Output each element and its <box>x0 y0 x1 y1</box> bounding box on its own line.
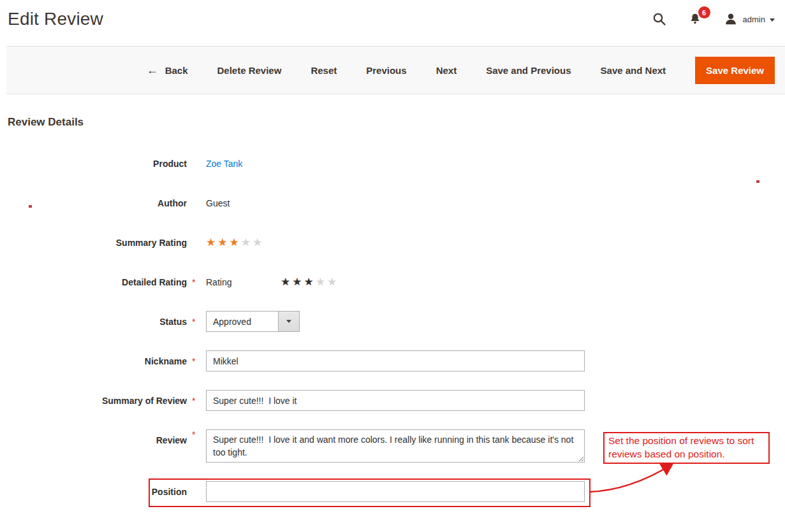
required-marker: * <box>187 429 206 440</box>
required-marker: * <box>187 317 206 327</box>
save-review-button[interactable]: Save Review <box>695 57 775 84</box>
position-row: Position <box>8 481 777 502</box>
required-marker: * <box>187 277 206 287</box>
save-and-previous-button[interactable]: Save and Previous <box>486 65 571 76</box>
status-selected-value: Approved <box>207 317 251 327</box>
user-avatar-icon <box>723 11 738 27</box>
rating-inner-label: Rating <box>206 277 281 287</box>
required-marker: * <box>187 356 206 366</box>
page-header: Edit Review 6 admin <box>0 0 785 46</box>
summary-rating-row: Summary Rating ★★★★★ <box>8 232 777 253</box>
save-and-next-button[interactable]: Save and Next <box>601 65 666 76</box>
summary-rating-label: Summary Rating <box>8 238 187 248</box>
page-actions-toolbar: ← Back Delete Review Reset Previous Next… <box>6 46 785 94</box>
annotation-callout: Set the position of reviews to sort revi… <box>603 432 770 464</box>
author-label: Author <box>8 198 187 208</box>
status-row: Status * Approved <box>8 311 777 332</box>
previous-button[interactable]: Previous <box>366 65 406 76</box>
section-title: Review Details <box>8 116 777 129</box>
next-button[interactable]: Next <box>436 65 457 76</box>
status-select[interactable]: Approved <box>206 311 300 332</box>
position-label: Position <box>8 487 187 497</box>
product-row: Product Zoe Tank <box>8 153 777 174</box>
notifications-count-badge: 6 <box>698 6 710 18</box>
search-icon[interactable] <box>652 11 667 27</box>
delete-review-button[interactable]: Delete Review <box>217 65 282 76</box>
detailed-rating-label: Detailed Rating <box>8 277 187 287</box>
admin-user-label: admin <box>743 15 765 24</box>
author-value: Guest <box>206 198 230 208</box>
chevron-down-icon <box>286 320 291 323</box>
required-marker: * <box>187 396 206 406</box>
select-dropdown-button[interactable] <box>278 312 299 331</box>
status-label: Status <box>8 317 187 327</box>
notifications-bell-icon[interactable]: 6 <box>687 11 703 27</box>
reset-button[interactable]: Reset <box>311 65 337 76</box>
product-link[interactable]: Zoe Tank <box>206 159 242 169</box>
header-icons: 6 admin <box>652 11 775 27</box>
author-row: Author Guest <box>8 192 777 213</box>
nickname-input[interactable] <box>206 350 585 371</box>
detailed-rating-row: Detailed Rating * Rating ★★★★★ <box>8 271 777 292</box>
nickname-row: Nickname * <box>8 350 777 371</box>
nickname-label: Nickname <box>8 356 187 366</box>
review-textarea[interactable]: Super cute!!! I love it and want more co… <box>206 429 585 463</box>
page-title: Edit Review <box>8 9 103 29</box>
review-label: Review <box>8 435 187 445</box>
back-arrow-icon: ← <box>147 64 158 76</box>
detailed-rating-stars[interactable]: ★★★★★ <box>281 277 339 287</box>
stray-red-dot <box>29 205 32 208</box>
caret-down-icon <box>770 18 775 22</box>
back-button[interactable]: ← Back <box>147 64 188 76</box>
stray-red-dot <box>756 180 759 183</box>
product-label: Product <box>8 159 187 169</box>
summary-rating-stars: ★★★★★ <box>206 237 264 248</box>
admin-user-menu[interactable]: admin <box>723 11 775 27</box>
summary-of-review-label: Summary of Review <box>8 396 187 406</box>
summary-of-review-input[interactable] <box>206 390 585 411</box>
position-input[interactable] <box>206 481 585 502</box>
summary-of-review-row: Summary of Review * <box>8 390 777 411</box>
